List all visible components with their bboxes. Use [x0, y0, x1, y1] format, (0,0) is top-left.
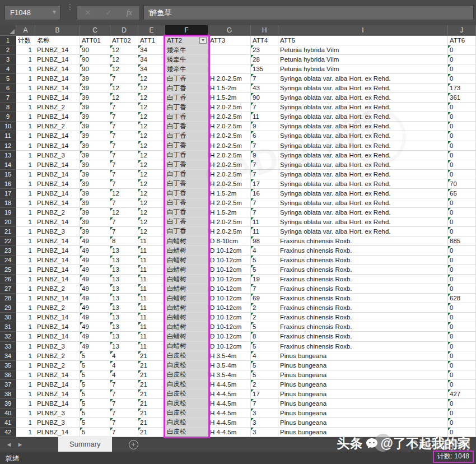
cell[interactable]: 39: [80, 93, 110, 103]
cell[interactable]: H 4-4.5m: [208, 399, 251, 409]
cell[interactable]: 0: [448, 370, 476, 380]
cell[interactable]: PLNBZ_3: [35, 342, 80, 351]
cell[interactable]: PLNBZ_14: [35, 112, 80, 122]
cell[interactable]: ATT02: [110, 36, 138, 45]
cell[interactable]: 49: [80, 275, 110, 284]
cell[interactable]: 7: [110, 122, 138, 131]
cell[interactable]: 39: [80, 151, 110, 160]
cell[interactable]: 43: [251, 83, 278, 93]
row-header[interactable]: 28: [0, 294, 16, 303]
row-header[interactable]: 25: [0, 265, 16, 275]
cell[interactable]: PLNBZ_2: [35, 361, 80, 370]
select-all-corner[interactable]: [0, 25, 16, 36]
row-header[interactable]: 5: [0, 74, 16, 83]
row-header[interactable]: 16: [0, 179, 16, 189]
cell[interactable]: 0: [448, 332, 476, 341]
cell[interactable]: PLNBZ_14: [35, 189, 80, 198]
cell[interactable]: 4: [251, 246, 278, 256]
cell[interactable]: 白蜡树: [165, 265, 208, 275]
cell[interactable]: PLNBZ_2: [35, 122, 80, 131]
cell[interactable]: 11: [138, 342, 165, 351]
cell[interactable]: 4: [110, 351, 138, 361]
row-header[interactable]: 18: [0, 198, 16, 208]
cell[interactable]: 1: [16, 322, 35, 332]
row-header[interactable]: 39: [0, 399, 16, 409]
cell[interactable]: 1: [16, 122, 35, 131]
cell[interactable]: PLNBZ_2: [35, 303, 80, 313]
cell[interactable]: 12: [138, 131, 165, 141]
cell[interactable]: 5: [80, 361, 110, 370]
cell[interactable]: 39: [80, 217, 110, 227]
cell[interactable]: 65: [448, 189, 476, 198]
cell[interactable]: PLNBZ_14: [35, 399, 80, 409]
cell[interactable]: 0: [448, 275, 476, 284]
cell[interactable]: Petunia hybrida Vilm: [278, 55, 448, 64]
cell[interactable]: 9: [251, 122, 278, 131]
cell[interactable]: 11: [138, 275, 165, 284]
cell[interactable]: PLNBZ_14: [35, 217, 80, 227]
cell[interactable]: ATT1: [138, 36, 165, 45]
cell[interactable]: D 10-12cm: [208, 265, 251, 275]
cell[interactable]: PLNBZ_14: [35, 141, 80, 151]
cell[interactable]: 13: [110, 246, 138, 256]
row-header[interactable]: 10: [0, 122, 16, 131]
cell[interactable]: 白蜡树: [165, 275, 208, 284]
cell[interactable]: 1: [16, 246, 35, 256]
cell[interactable]: 39: [80, 160, 110, 170]
row-header[interactable]: 7: [0, 93, 16, 103]
cell[interactable]: D 10-12cm: [208, 332, 251, 341]
cell[interactable]: 39: [80, 227, 110, 236]
cell[interactable]: 1: [16, 170, 35, 179]
cell[interactable]: 13: [110, 332, 138, 341]
cell[interactable]: 13: [110, 322, 138, 332]
cell[interactable]: ATT2▾: [165, 36, 208, 45]
cell[interactable]: 白丁香: [165, 103, 208, 112]
cell[interactable]: 28: [251, 55, 278, 64]
cell[interactable]: 7: [110, 170, 138, 179]
cell[interactable]: D 10-12cm: [208, 322, 251, 332]
cell[interactable]: 1: [16, 332, 35, 341]
cell[interactable]: 12: [138, 227, 165, 236]
cell[interactable]: 12: [138, 93, 165, 103]
cell[interactable]: D 10-12cm: [208, 342, 251, 351]
cell[interactable]: 49: [80, 303, 110, 313]
cell[interactable]: 0: [448, 112, 476, 122]
cell[interactable]: H 2.0-2.5m: [208, 160, 251, 170]
cell[interactable]: 1: [16, 141, 35, 151]
cell[interactable]: 7: [110, 428, 138, 437]
cell[interactable]: H 2.0-2.5m: [208, 227, 251, 236]
cell[interactable]: Pinus bungeana: [278, 399, 448, 409]
cell[interactable]: Syringa oblata var. alba Hort. ex Rehd.: [278, 170, 448, 179]
cell[interactable]: Fraxinus chinensis Roxb.: [278, 342, 448, 351]
cell[interactable]: 7: [110, 74, 138, 83]
cell[interactable]: 13: [110, 275, 138, 284]
cell[interactable]: 0: [448, 418, 476, 428]
cell[interactable]: PLNBZ_14: [35, 332, 80, 341]
cell[interactable]: 1: [16, 428, 35, 437]
cell[interactable]: 1: [16, 55, 35, 64]
cell[interactable]: 矮牵牛: [165, 45, 208, 55]
row-header[interactable]: 36: [0, 370, 16, 380]
cell[interactable]: PLNBZ_14: [35, 256, 80, 265]
cell[interactable]: 21: [138, 428, 165, 437]
cell[interactable]: PLNBZ_14: [35, 275, 80, 284]
cell[interactable]: PLNBZ_14: [35, 93, 80, 103]
cell[interactable]: Fraxinus chinensis Roxb.: [278, 265, 448, 275]
row-header[interactable]: 35: [0, 361, 16, 370]
cell[interactable]: PLNBZ_14: [35, 55, 80, 64]
cell[interactable]: 白丁香: [165, 131, 208, 141]
cell[interactable]: 白丁香: [165, 141, 208, 151]
cell[interactable]: 白丁香: [165, 122, 208, 131]
cell[interactable]: Syringa oblata var. alba Hort. ex Rehd.: [278, 83, 448, 93]
cell[interactable]: D 10-12cm: [208, 284, 251, 294]
cell[interactable]: 0: [448, 74, 476, 83]
cell[interactable]: 白丁香: [165, 83, 208, 93]
cell[interactable]: 49: [80, 322, 110, 332]
cell[interactable]: 39: [80, 112, 110, 122]
cell[interactable]: ATT01: [80, 36, 110, 45]
cell[interactable]: 21: [138, 370, 165, 380]
cell[interactable]: 21: [138, 361, 165, 370]
cell[interactable]: 1: [16, 198, 35, 208]
cell[interactable]: H 1.5-2m: [208, 208, 251, 217]
cell[interactable]: 名称: [35, 36, 80, 45]
